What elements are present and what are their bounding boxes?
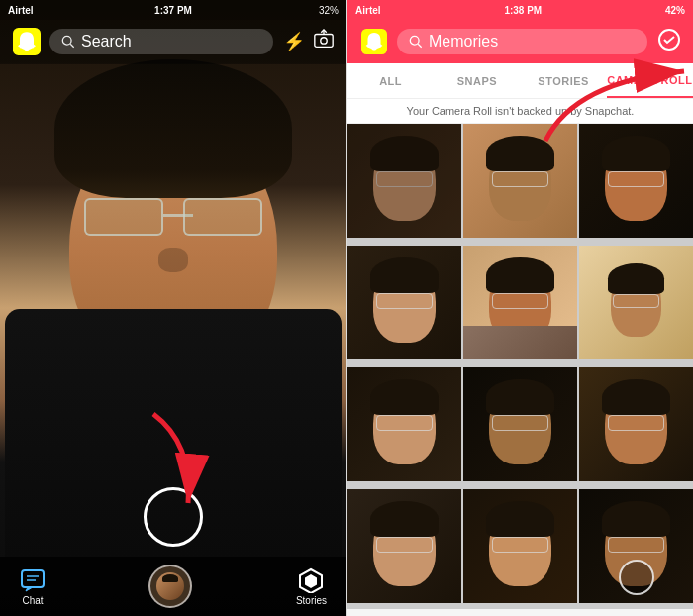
tab-camera-roll[interactable]: CAMERA ROLL: [607, 64, 693, 98]
left-status-bar: Airtel 1:37 PM 32%: [0, 0, 346, 20]
thumb-hair-5: [486, 257, 554, 293]
glasses-right: [183, 198, 262, 236]
thumb-hair-3: [602, 136, 670, 171]
search-icon: [61, 35, 75, 49]
thumb-glasses-2: [492, 171, 548, 187]
photo-cell-8[interactable]: [463, 367, 577, 481]
flash-icon[interactable]: ⚡: [283, 31, 305, 52]
thumb-face-3: [605, 141, 667, 221]
thumb-hair: [162, 574, 178, 582]
thumb-hair-7: [370, 379, 439, 415]
photo-face-7: [347, 367, 461, 481]
thumb-glasses-11: [492, 537, 548, 553]
thumb-hair-4: [370, 257, 439, 293]
ghost-icon: [13, 28, 41, 55]
photo-grid: [347, 124, 693, 609]
photo-cell-11[interactable]: [463, 489, 577, 603]
snapchat-logo[interactable]: [12, 27, 42, 56]
stories-icon: [298, 567, 324, 593]
thumb-hair-11: [486, 501, 554, 537]
camera-roll-notice: Your Camera Roll isn't backed up by Snap…: [347, 99, 693, 124]
right-panel: Airtel 1:38 PM 42% Memories ALL: [346, 0, 693, 616]
thumb-glasses-10: [376, 537, 433, 553]
thumb-glasses-5: [492, 293, 548, 309]
chat-label: Chat: [22, 595, 43, 606]
tab-all[interactable]: ALL: [347, 65, 434, 97]
memories-thumb: [148, 565, 192, 608]
left-carrier: Airtel: [8, 5, 34, 16]
thumb-glasses-6: [613, 294, 659, 308]
memories-tabs: ALL SNAPS STORIES CAMERA ROLL: [347, 63, 693, 99]
photo-cell-1[interactable]: [347, 124, 461, 238]
photo-face-3: [579, 124, 693, 238]
photo-cell-10[interactable]: [347, 489, 461, 603]
photo-cell-3[interactable]: [579, 124, 693, 238]
right-time: 1:38 PM: [504, 5, 542, 16]
left-panel: Airtel 1:37 PM 32% Search ⚡: [0, 0, 346, 616]
photo-face-4: [347, 246, 461, 359]
shutter-area: [144, 487, 203, 547]
memories-sync-icon[interactable]: [657, 28, 681, 56]
right-carrier: Airtel: [355, 5, 381, 16]
photo-face-8: [463, 367, 577, 481]
flip-camera-icon[interactable]: [313, 29, 335, 55]
svg-rect-7: [22, 570, 44, 587]
right-status-bar: Airtel 1:38 PM 42%: [347, 0, 693, 20]
thumb-face-10: [373, 506, 436, 586]
flip-camera-svg: [313, 29, 335, 51]
photo-cell-4[interactable]: [347, 246, 461, 359]
memories-thumb-inner: [156, 572, 184, 600]
svg-line-14: [418, 44, 422, 48]
svg-rect-3: [315, 34, 333, 47]
photo-cell-2[interactable]: [463, 124, 577, 238]
glasses-left: [84, 198, 163, 236]
tab-stories[interactable]: STORIES: [521, 65, 607, 97]
photo-cell-7[interactable]: [347, 367, 461, 481]
photo-face-2: [463, 124, 577, 238]
right-battery: 42%: [665, 5, 685, 16]
right-top-bar: Memories: [347, 20, 693, 63]
thumb-hair-2: [486, 136, 554, 171]
thumbnail-shutter-ring: [619, 560, 654, 595]
hair-shape: [54, 59, 292, 198]
right-snapchat-logo[interactable]: [359, 27, 389, 56]
left-bottom-nav: Chat Stories: [0, 557, 346, 616]
photo-cell-5[interactable]: [463, 246, 577, 359]
thumb-hair-6: [608, 263, 665, 294]
svg-point-13: [410, 36, 419, 45]
photo-cell-6[interactable]: [579, 246, 693, 359]
svg-line-2: [70, 44, 74, 48]
photo-face-6: [579, 246, 693, 359]
search-bar[interactable]: Search: [50, 29, 273, 54]
nav-chat[interactable]: Chat: [20, 567, 46, 606]
thumb-face-11: [489, 506, 551, 586]
sync-check-icon: [657, 28, 681, 51]
nav-stories[interactable]: Stories: [296, 567, 327, 606]
svg-point-1: [62, 36, 71, 45]
svg-marker-11: [305, 574, 317, 588]
photo-cell-9[interactable]: [579, 367, 693, 481]
left-top-bar: Search ⚡: [0, 20, 346, 63]
thumb-face-4: [373, 262, 436, 343]
thumb-glasses-8: [492, 415, 548, 431]
right-search-icon: [409, 35, 423, 49]
thumb-face-8: [489, 384, 551, 464]
stories-label: Stories: [296, 595, 327, 606]
eyes-area: [84, 198, 262, 238]
thumb-face-6: [611, 268, 662, 337]
left-time: 1:37 PM: [154, 5, 192, 16]
thumb-glasses-7: [376, 415, 433, 431]
thumb-hair-9: [602, 379, 670, 415]
thumb-face-7: [373, 384, 436, 464]
photo-cell-12[interactable]: [579, 489, 693, 603]
thumb-face-9: [605, 384, 667, 464]
photo-face-9: [579, 367, 693, 481]
shutter-button[interactable]: [144, 487, 203, 547]
memories-title: Memories: [429, 33, 498, 51]
memories-search-bar[interactable]: Memories: [397, 29, 647, 54]
nav-memories[interactable]: [148, 565, 192, 608]
photo-face-11: [463, 489, 577, 603]
tab-snaps[interactable]: SNAPS: [434, 65, 520, 97]
right-ghost-icon: [361, 29, 387, 54]
thumb-hair-12: [602, 501, 670, 537]
